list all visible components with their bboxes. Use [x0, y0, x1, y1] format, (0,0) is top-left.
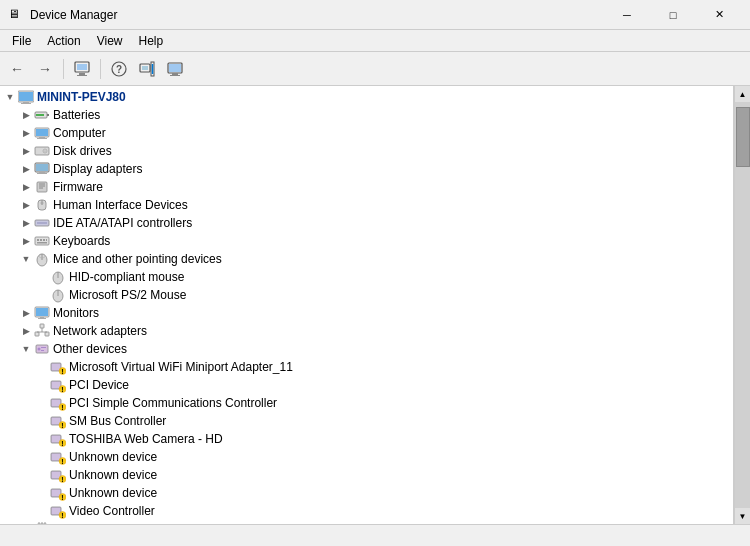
disk-drives-arrow[interactable]	[18, 143, 34, 159]
other-child-1-arrow	[34, 359, 50, 375]
disk-drives-label: Disk drives	[53, 144, 112, 158]
other-devices-node[interactable]: Other devices	[0, 340, 733, 358]
other-child-6[interactable]: ! Unknown device	[0, 448, 733, 466]
svg-rect-3	[77, 75, 87, 76]
other-child-2[interactable]: ! PCI Device	[0, 376, 733, 394]
other-child-4[interactable]: ! SM Bus Controller	[0, 412, 733, 430]
other-child-9-arrow	[34, 503, 50, 519]
svg-rect-45	[46, 239, 47, 241]
ps2-mouse-node[interactable]: Microsoft PS/2 Mouse	[0, 286, 733, 304]
svg-rect-24	[37, 138, 47, 139]
device-tree: MININT-PEVJ80 Batteries	[0, 86, 733, 524]
hid-node[interactable]: Human Interface Devices	[0, 196, 733, 214]
other-child-7[interactable]: ! Unknown device	[0, 466, 733, 484]
batteries-label: Batteries	[53, 108, 100, 122]
keyboards-arrow[interactable]	[18, 233, 34, 249]
window-title: Device Manager	[30, 8, 604, 22]
scrollbar-right[interactable]: ▲ ▼	[734, 86, 750, 524]
forward-button[interactable]: →	[32, 56, 58, 82]
batteries-icon	[34, 107, 50, 123]
mice-node[interactable]: Mice and other pointing devices	[0, 250, 733, 268]
mice-label: Mice and other pointing devices	[53, 252, 222, 266]
ide-label: IDE ATA/ATAPI controllers	[53, 216, 192, 230]
firmware-node[interactable]: Firmware	[0, 178, 733, 196]
other-child-9[interactable]: ! Video Controller	[0, 502, 733, 520]
other-child-5[interactable]: ! TOSHIBA Web Camera - HD	[0, 430, 733, 448]
menu-item-view[interactable]: View	[89, 32, 131, 50]
menu-item-file[interactable]: File	[4, 32, 39, 50]
svg-text:?: ?	[116, 64, 122, 75]
keyboards-node[interactable]: Keyboards	[0, 232, 733, 250]
monitors-arrow[interactable]	[18, 305, 34, 321]
display-adapters-node[interactable]: Display adapters	[0, 160, 733, 178]
other-child-7-label: Unknown device	[69, 468, 157, 482]
network-label: Network adapters	[53, 324, 147, 338]
computer-arrow[interactable]	[18, 125, 34, 141]
other-child-3[interactable]: ! PCI Simple Communications Controller	[0, 394, 733, 412]
other-child-8[interactable]: ! Unknown device	[0, 484, 733, 502]
svg-text:!: !	[61, 386, 63, 393]
svg-text:!: !	[61, 512, 63, 519]
other-devices-arrow[interactable]	[18, 341, 34, 357]
maximize-button[interactable]: □	[650, 0, 696, 30]
hid-mouse-node[interactable]: HID-compliant mouse	[0, 268, 733, 286]
back-button[interactable]: ←	[4, 56, 30, 82]
network-node[interactable]: Network adapters	[0, 322, 733, 340]
svg-rect-58	[40, 324, 44, 328]
computer-node[interactable]: Computer	[0, 124, 733, 142]
display-adapters-arrow[interactable]	[18, 161, 34, 177]
help-button[interactable]: ?	[106, 56, 132, 82]
scrollbar-track[interactable]	[735, 102, 751, 508]
svg-rect-55	[36, 308, 48, 316]
scan-button[interactable]	[134, 56, 160, 82]
svg-text:!: !	[61, 422, 63, 429]
svg-rect-17	[21, 103, 31, 104]
svg-rect-82	[52, 418, 60, 424]
tree-panel[interactable]: MININT-PEVJ80 Batteries	[0, 86, 734, 524]
app-icon: 🖥	[8, 7, 24, 23]
svg-text:!: !	[61, 476, 63, 483]
firmware-arrow[interactable]	[18, 179, 34, 195]
title-bar: 🖥 Device Manager ─ □ ✕	[0, 0, 750, 30]
menu-item-action[interactable]: Action	[39, 32, 88, 50]
other-child-6-label: Unknown device	[69, 450, 157, 464]
svg-rect-102	[52, 508, 60, 514]
other-child-1[interactable]: ! ! Microsoft Virtual WiFi Miniport Adap…	[0, 358, 733, 376]
tree-root-node[interactable]: MININT-PEVJ80	[0, 88, 733, 106]
other-child-3-label: PCI Simple Communications Controller	[69, 396, 277, 410]
ps2-mouse-icon	[50, 287, 66, 303]
svg-text:!: !	[61, 440, 63, 447]
svg-rect-31	[37, 173, 47, 174]
minimize-button[interactable]: ─	[604, 0, 650, 30]
svg-rect-66	[41, 347, 46, 348]
disk-drives-icon	[34, 143, 50, 159]
menu-bar: FileActionViewHelp	[0, 30, 750, 52]
monitors-node[interactable]: Monitors	[0, 304, 733, 322]
svg-rect-56	[40, 317, 44, 318]
properties-button[interactable]	[69, 56, 95, 82]
batteries-arrow[interactable]	[18, 107, 34, 123]
svg-text:!: !	[61, 368, 63, 375]
ide-node[interactable]: IDE ATA/ATAPI controllers	[0, 214, 733, 232]
ide-arrow[interactable]	[18, 215, 34, 231]
display-adapters-label: Display adapters	[53, 162, 142, 176]
warn-device-icon-6: !	[50, 449, 66, 465]
mice-arrow[interactable]	[18, 251, 34, 267]
svg-rect-60	[45, 332, 49, 336]
menu-item-help[interactable]: Help	[131, 32, 172, 50]
svg-rect-59	[35, 332, 39, 336]
svg-rect-22	[36, 129, 48, 136]
display-adapters-icon	[34, 161, 50, 177]
svg-rect-74	[52, 382, 60, 388]
scroll-down-button[interactable]: ▼	[735, 508, 751, 524]
batteries-node[interactable]: Batteries	[0, 106, 733, 124]
monitor-button[interactable]	[162, 56, 188, 82]
scroll-up-button[interactable]: ▲	[735, 86, 751, 102]
scrollbar-thumb[interactable]	[736, 107, 750, 167]
disk-drives-node[interactable]: Disk drives	[0, 142, 733, 160]
close-button[interactable]: ✕	[696, 0, 742, 30]
svg-point-65	[38, 348, 41, 351]
root-expand-arrow[interactable]	[2, 89, 18, 105]
hid-arrow[interactable]	[18, 197, 34, 213]
network-arrow[interactable]	[18, 323, 34, 339]
